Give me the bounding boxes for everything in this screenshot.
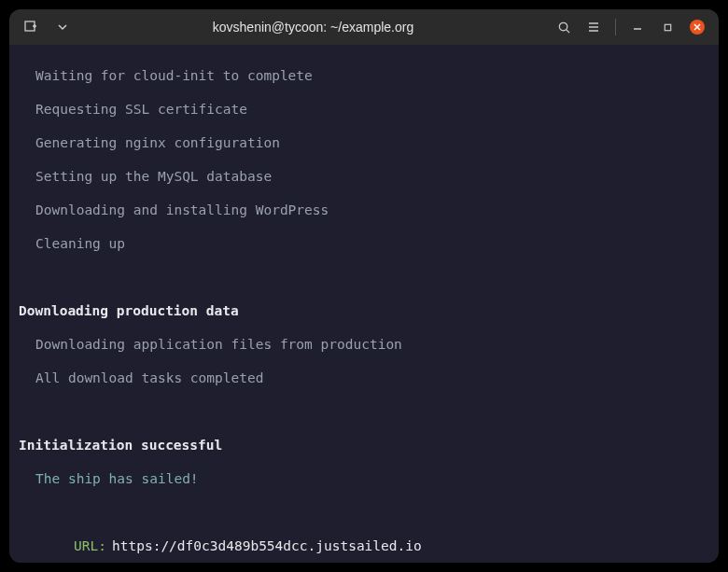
- download-step: All download tasks completed: [19, 370, 709, 386]
- new-tab-button[interactable]: [17, 13, 45, 41]
- setup-step: Waiting for cloud-init to complete: [19, 67, 709, 84]
- download-step: Downloading application files from produ…: [19, 336, 709, 353]
- init-subtext: The ship has sailed!: [19, 470, 709, 487]
- dropdown-button[interactable]: [49, 13, 77, 41]
- window-title: kovshenin@tycoon: ~/example.org: [80, 20, 546, 35]
- svg-line-4: [566, 29, 568, 32]
- svg-rect-9: [665, 24, 670, 30]
- terminal-output[interactable]: Waiting for cloud-init to complete Reque…: [9, 45, 719, 563]
- terminal-window: kovshenin@tycoon: ~/example.org Waiting …: [9, 9, 719, 563]
- info-row-url: URL:https://df0c3d489b554dcc.justsailed.…: [19, 537, 709, 554]
- search-button[interactable]: [550, 13, 578, 41]
- minimize-button[interactable]: [623, 13, 651, 41]
- info-value: https://df0c3d489b554dcc.justsailed.io: [106, 537, 422, 554]
- info-label: URL:: [19, 537, 106, 554]
- section-heading: Downloading production data: [19, 302, 709, 319]
- close-button[interactable]: [683, 13, 711, 41]
- section-heading: Initialization successful: [19, 437, 709, 453]
- setup-step: Generating nginx configuration: [19, 134, 709, 151]
- setup-step: Requesting SSL certificate: [19, 101, 709, 118]
- titlebar: kovshenin@tycoon: ~/example.org: [9, 9, 719, 45]
- setup-step: Downloading and installing WordPress: [19, 202, 709, 218]
- setup-step: Setting up the MySQL database: [19, 168, 709, 185]
- separator: [615, 19, 616, 35]
- svg-point-3: [559, 22, 567, 30]
- menu-button[interactable]: [580, 13, 608, 41]
- setup-step: Cleaning up: [19, 235, 709, 252]
- maximize-button[interactable]: [653, 13, 681, 41]
